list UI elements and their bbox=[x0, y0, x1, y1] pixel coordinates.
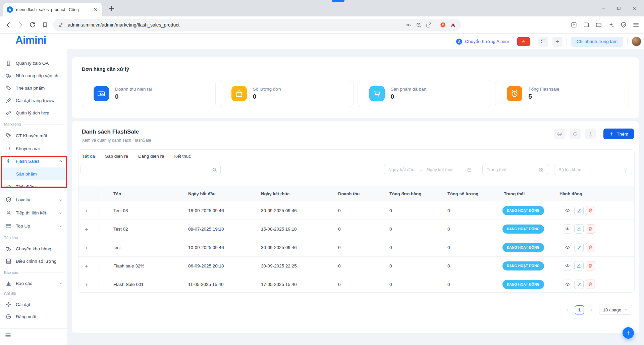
column-header[interactable]: Tổng số lượng bbox=[443, 191, 500, 196]
column-header[interactable]: Ngày bắt đầu bbox=[184, 191, 257, 196]
sidebar-item-flash-sales[interactable]: Flash Sales bbox=[0, 155, 67, 167]
delete-button[interactable] bbox=[586, 243, 595, 252]
redirect-aimini-link[interactable]: A Chuyển hướng Aimini bbox=[456, 39, 508, 45]
edit-button[interactable] bbox=[574, 261, 584, 270]
table-settings-button[interactable] bbox=[585, 129, 596, 139]
user-avatar[interactable] bbox=[632, 37, 641, 46]
sidebar-item-zalo-oa[interactable]: Quản lý zalo OA bbox=[0, 57, 67, 69]
row-checkbox[interactable] bbox=[99, 245, 99, 250]
delete-button[interactable] bbox=[586, 280, 595, 289]
password-key-icon[interactable] bbox=[406, 22, 412, 28]
column-header[interactable]: Ngày kết thúc bbox=[257, 191, 334, 196]
forward-icon[interactable] bbox=[17, 21, 24, 29]
edit-button[interactable] bbox=[574, 243, 584, 252]
fullscreen-button[interactable] bbox=[538, 37, 548, 47]
sidebar-item-affiliate[interactable]: Tiếp thị liên kết bbox=[0, 206, 67, 219]
vpn-shield-icon[interactable] bbox=[620, 21, 627, 28]
column-header[interactable]: Hành động bbox=[555, 191, 634, 196]
tab-ended[interactable]: Kết thúc bbox=[174, 154, 191, 159]
bat-rewards-icon[interactable] bbox=[450, 22, 456, 28]
view-button[interactable] bbox=[563, 206, 572, 215]
delete-button[interactable] bbox=[586, 261, 595, 270]
edit-button[interactable] bbox=[574, 224, 584, 234]
bookmark-icon[interactable] bbox=[42, 21, 48, 28]
row-expand-button[interactable]: + bbox=[78, 263, 95, 269]
page-number[interactable]: 1 bbox=[575, 305, 584, 314]
sidebar-item-logout[interactable]: Đăng xuất bbox=[0, 310, 67, 323]
edit-button[interactable] bbox=[574, 280, 584, 289]
tune-icon[interactable] bbox=[58, 22, 64, 28]
row-checkbox[interactable] bbox=[99, 208, 99, 213]
print-button[interactable] bbox=[554, 129, 565, 139]
date-range-filter[interactable]: Ngày bắt đầu → Ngày kết thúc bbox=[384, 164, 476, 175]
tab-upcoming[interactable]: Sắp diễn ra bbox=[105, 154, 128, 159]
row-expand-button[interactable]: + bbox=[78, 226, 95, 232]
edit-button[interactable] bbox=[574, 206, 584, 215]
tab-all[interactable]: Tất cả bbox=[82, 154, 95, 159]
browser-menu-icon[interactable] bbox=[633, 21, 639, 28]
view-button[interactable] bbox=[563, 261, 572, 270]
share-icon[interactable] bbox=[426, 22, 432, 28]
search-input[interactable] bbox=[80, 164, 221, 175]
row-expand-button[interactable]: + bbox=[78, 282, 95, 287]
sidebar-item-landing-settings[interactable]: Cài đặt trang trước bbox=[0, 94, 67, 107]
floating-add-button[interactable] bbox=[623, 327, 634, 339]
delete-button[interactable] bbox=[586, 206, 595, 215]
column-header[interactable]: Tổng đơn hàng bbox=[385, 191, 443, 196]
more-filters[interactable]: Bộ lọc khác bbox=[554, 164, 632, 175]
select-all-checkbox[interactable] bbox=[99, 191, 99, 197]
language-flag-button[interactable]: ★ bbox=[517, 37, 530, 46]
row-checkbox[interactable] bbox=[99, 282, 99, 287]
reload-icon[interactable] bbox=[29, 21, 36, 29]
branch-selector-button[interactable]: Chi nhánh trung tâm bbox=[571, 37, 623, 47]
wallet-icon[interactable] bbox=[595, 21, 602, 28]
brave-shield-icon[interactable] bbox=[440, 22, 446, 28]
row-expand-button[interactable]: + bbox=[78, 245, 95, 250]
sidebar-item-promotions[interactable]: Khuyến mãi bbox=[0, 142, 67, 155]
refresh-button[interactable] bbox=[570, 129, 581, 139]
status-filter[interactable]: Trạng thái bbox=[482, 164, 548, 175]
sidebar-item-promo-programs[interactable]: CT Khuyến mãi bbox=[0, 129, 67, 142]
add-flashsale-button[interactable]: Thêm bbox=[603, 129, 634, 139]
search-field[interactable] bbox=[81, 164, 208, 175]
url-bar[interactable]: admin.aimini.vn/admin/marketing/flash_sa… bbox=[53, 19, 461, 31]
tab-ongoing[interactable]: Đang diễn ra bbox=[138, 154, 164, 159]
view-button[interactable] bbox=[563, 243, 572, 252]
zoom-out-icon[interactable] bbox=[416, 22, 422, 28]
sidebar-item-loyalty[interactable]: Loyalty bbox=[0, 193, 67, 206]
column-header[interactable]: Trạng thái bbox=[500, 191, 555, 196]
sidebar-toggle-icon[interactable] bbox=[583, 21, 590, 28]
back-icon[interactable] bbox=[5, 21, 12, 29]
prev-page-icon[interactable] bbox=[565, 308, 570, 312]
sidebar-item-integrations[interactable]: Quản lý tích hợp bbox=[0, 107, 67, 119]
view-button[interactable] bbox=[563, 224, 572, 234]
row-checkbox[interactable] bbox=[99, 226, 99, 232]
leo-ai-sparkle-icon[interactable] bbox=[608, 21, 614, 28]
sidebar-item-flash-sales-product[interactable]: Sản phẩm bbox=[0, 167, 67, 180]
sidebar-item-reports-menu[interactable]: Báo cáo bbox=[0, 278, 67, 289]
browser-tab[interactable]: A menu.flash_sales_product - Công bbox=[3, 3, 102, 16]
sidebar-item-quantity-adjust[interactable]: Điều chỉnh số lượng bbox=[0, 255, 67, 267]
new-tab-icon[interactable] bbox=[107, 4, 115, 12]
window-minimize-icon[interactable] bbox=[596, 0, 611, 16]
save-page-icon[interactable] bbox=[571, 21, 577, 28]
sidebar-item-shipping-providers[interactable]: Nhà cung cấp vận chu... bbox=[0, 69, 67, 82]
aimini-logo[interactable]: Aimini bbox=[15, 34, 46, 46]
tab-close-icon[interactable] bbox=[93, 7, 99, 13]
sidebar-item-settings-menu[interactable]: Cài đặt bbox=[0, 298, 67, 310]
sidebar-item-stock-transfer[interactable]: Chuyển kho hàng bbox=[0, 243, 67, 255]
row-expand-button[interactable]: + bbox=[78, 208, 95, 213]
url-text[interactable]: admin.aimini.vn/admin/marketing/flash_sa… bbox=[68, 22, 402, 28]
row-checkbox[interactable] bbox=[99, 263, 99, 269]
sidebar-item-loyalty-points[interactable]: Tích điểm bbox=[0, 180, 67, 193]
column-header[interactable]: Doanh thu bbox=[334, 191, 385, 196]
view-button[interactable] bbox=[563, 280, 572, 289]
window-close-icon[interactable] bbox=[627, 0, 642, 16]
column-header[interactable]: Tên bbox=[109, 191, 184, 196]
page-size-select[interactable]: 10 / page bbox=[599, 305, 632, 315]
collapse-menu-icon[interactable] bbox=[5, 332, 11, 339]
search-button[interactable] bbox=[208, 164, 220, 175]
delete-button[interactable] bbox=[586, 224, 595, 234]
window-maximize-icon[interactable] bbox=[611, 0, 627, 16]
add-shortcut-button[interactable] bbox=[552, 37, 562, 47]
